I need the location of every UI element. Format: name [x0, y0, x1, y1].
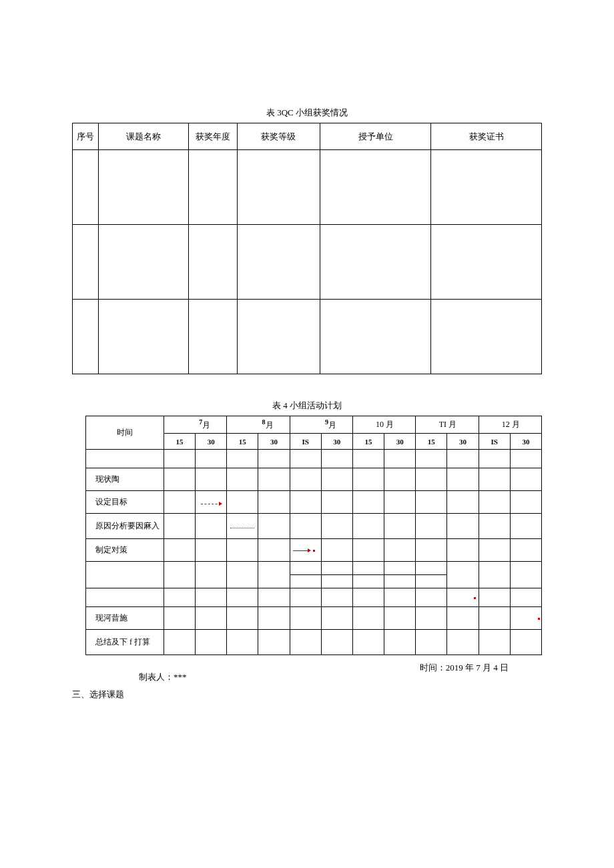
cell	[384, 539, 416, 562]
cell	[164, 514, 195, 539]
cell	[164, 539, 195, 562]
red-marker-icon	[201, 504, 221, 504]
cell	[321, 562, 352, 575]
cell	[99, 300, 189, 374]
cell	[227, 588, 258, 607]
cell	[164, 468, 195, 491]
cell	[290, 588, 321, 607]
cell	[227, 539, 258, 562]
table2-row	[86, 588, 542, 607]
red-dotted-icon	[230, 528, 254, 528]
cell	[447, 630, 479, 655]
cell	[479, 491, 510, 514]
cell	[73, 225, 99, 300]
table1-header-row: 序号 课题名称 获奖年度 获奖等级 授予单位 获奖证书	[73, 123, 542, 150]
cell	[352, 630, 384, 655]
awards-table: 序号 课题名称 获奖年度 获奖等级 授予单位 获奖证书	[72, 123, 542, 374]
cell	[352, 491, 384, 514]
cell	[196, 450, 227, 468]
th-month-9: 9月	[290, 416, 352, 434]
cell	[384, 491, 416, 514]
th-month-10: 10 月	[352, 416, 415, 434]
cell	[73, 300, 99, 374]
cell	[352, 514, 384, 539]
table1-row	[73, 150, 542, 225]
cell	[290, 607, 321, 630]
cell	[510, 588, 541, 607]
th-level: 获奖等级	[237, 123, 320, 150]
cell	[479, 607, 510, 630]
cell	[510, 491, 541, 514]
cell	[447, 514, 479, 539]
table2-row: 制定对策	[86, 539, 542, 562]
cell	[431, 300, 542, 374]
cell	[321, 588, 352, 607]
row-label: 现河昔施	[86, 607, 164, 630]
cell	[320, 150, 431, 225]
time-text: 时间：2019 年 7 月 4 日	[420, 662, 509, 683]
cell	[290, 450, 321, 468]
cell	[258, 514, 290, 539]
cell	[290, 575, 321, 588]
cell	[290, 514, 321, 539]
cell	[196, 539, 227, 562]
cell	[510, 562, 541, 588]
cell	[321, 514, 352, 539]
maker-text: 制表人：***	[139, 662, 187, 683]
table2-row	[86, 450, 542, 468]
th-day: 30	[258, 434, 290, 450]
cell	[73, 150, 99, 225]
table2-title: 表 4 小组活动计划	[72, 400, 542, 412]
cell	[352, 450, 384, 468]
cell	[227, 607, 258, 630]
cell	[384, 588, 416, 607]
th-month-8: 8月	[227, 416, 290, 434]
red-dot-icon	[474, 597, 476, 599]
cell	[258, 562, 290, 588]
cell	[352, 468, 384, 491]
cell	[321, 539, 352, 562]
red-dot-icon	[538, 618, 540, 620]
th-month-11: TI 月	[416, 416, 479, 434]
cell	[352, 562, 384, 575]
cell	[384, 607, 416, 630]
cell	[416, 607, 447, 630]
cell	[196, 630, 227, 655]
cell-with-marker	[290, 539, 321, 562]
cell	[447, 562, 479, 588]
cell	[416, 491, 447, 514]
th-day: 15	[352, 434, 384, 450]
cell	[416, 630, 447, 655]
th-day: 30	[510, 434, 541, 450]
cell-with-marker	[510, 607, 541, 630]
cell	[384, 514, 416, 539]
row-label: 现状陶	[86, 468, 164, 491]
cell-with-marker	[196, 491, 227, 514]
th-unit: 授予单位	[320, 123, 431, 150]
cell	[99, 225, 189, 300]
cell	[237, 300, 320, 374]
th-day: 30	[196, 434, 227, 450]
row-label: 制定对策	[86, 539, 164, 562]
th-name: 课题名称	[99, 123, 189, 150]
row-label: 总结及下 f 打算	[86, 630, 164, 655]
cell	[416, 468, 447, 491]
cell	[290, 562, 321, 575]
cell	[510, 514, 541, 539]
cell	[416, 575, 447, 588]
cell	[164, 588, 195, 607]
cell	[352, 575, 384, 588]
table2-month-row: 时间 7月 8月 9月 10 月 TI 月 12 月	[86, 416, 542, 434]
cell	[189, 300, 238, 374]
cell	[290, 491, 321, 514]
table2-row: 设定目标	[86, 491, 542, 514]
cell	[352, 607, 384, 630]
th-day: 30	[321, 434, 352, 450]
cell	[447, 450, 479, 468]
cell	[416, 539, 447, 562]
cell	[416, 514, 447, 539]
cell	[416, 562, 447, 575]
cell	[384, 575, 416, 588]
cell	[227, 450, 258, 468]
cell-with-marker	[227, 514, 258, 539]
